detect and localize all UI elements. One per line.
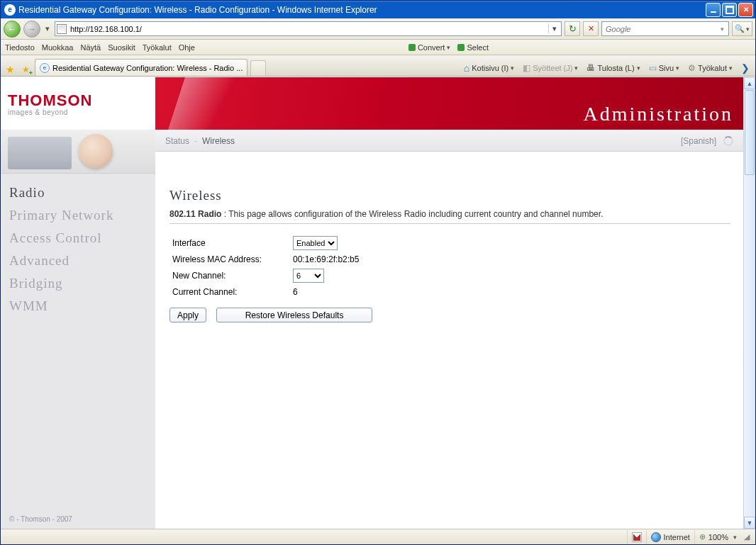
settings-table: Interface Enabled Wireless MAC Address: … bbox=[169, 234, 362, 299]
brand-logo: THOMSON images & beyond bbox=[1, 77, 155, 130]
tab-favicon: e bbox=[40, 63, 50, 73]
label-mac: Wireless MAC Address: bbox=[169, 252, 290, 266]
divider bbox=[169, 223, 730, 224]
desc-label: 802.11 Radio bbox=[169, 209, 221, 219]
search-input[interactable] bbox=[604, 24, 718, 34]
add-favorite-button[interactable] bbox=[19, 63, 32, 76]
maximize-button[interactable] bbox=[722, 3, 737, 17]
menu-view[interactable]: Näytä bbox=[80, 43, 101, 52]
scroll-thumb[interactable] bbox=[745, 90, 755, 175]
sidebar-item-radio[interactable]: Radio bbox=[9, 185, 145, 201]
status-zone[interactable]: Internet bbox=[646, 530, 694, 544]
new-tab-button[interactable] bbox=[250, 60, 266, 76]
menu-file[interactable]: Tiedosto bbox=[5, 43, 35, 52]
breadcrumb: Status - Wireless [Spanish] bbox=[155, 130, 743, 152]
status-zoom[interactable]: ⊕100%▾ bbox=[694, 530, 741, 544]
sidebar-item-primary-network[interactable]: Primary Network bbox=[9, 208, 145, 223]
sidebar-item-access-control[interactable]: Access Control bbox=[9, 230, 145, 246]
back-button[interactable]: ← bbox=[4, 21, 21, 38]
refresh-icon bbox=[569, 23, 577, 34]
browser-tab[interactable]: e Residential Gateway Configuration: Wir… bbox=[35, 59, 248, 76]
sidebar-item-wmm[interactable]: WMM bbox=[9, 298, 145, 314]
feeds-button[interactable]: Syötteet (J)▾ bbox=[520, 60, 581, 76]
vertical-scrollbar[interactable] bbox=[743, 77, 755, 529]
brand-name: THOMSON bbox=[8, 91, 92, 110]
window-title: Residential Gateway Configuration: Wirel… bbox=[18, 5, 706, 15]
breadcrumb-status[interactable]: Status bbox=[165, 136, 189, 146]
restore-defaults-button[interactable]: Restore Wireless Defaults bbox=[216, 308, 372, 322]
label-interface: Interface bbox=[169, 234, 290, 252]
print-button[interactable]: Tulosta (L)▾ bbox=[584, 60, 643, 76]
menu-edit[interactable]: Muokkaa bbox=[42, 43, 74, 52]
status-popup-blocked[interactable] bbox=[627, 530, 646, 544]
value-mac: 00:1e:69:2f:b2:b5 bbox=[290, 252, 362, 266]
banner-background: Administration bbox=[155, 77, 743, 130]
status-bar: Internet ⊕100%▾ ◢ bbox=[1, 529, 755, 544]
favorites-center-button[interactable]: ★ bbox=[4, 63, 16, 76]
button-row: Apply Restore Wireless Defaults bbox=[169, 308, 730, 322]
page-banner: THOMSON images & beyond Administration bbox=[1, 77, 743, 130]
loading-spinner-icon bbox=[723, 136, 733, 146]
search-go-button[interactable]: ▾ bbox=[732, 21, 752, 36]
convert-icon bbox=[408, 44, 416, 51]
banner-title: Administration bbox=[583, 103, 733, 125]
browser-window: e Residential Gateway Configuration: Wir… bbox=[0, 0, 756, 545]
tab-bar: ★ e Residential Gateway Configuration: W… bbox=[1, 55, 755, 77]
sidebar-nav: Radio Primary Network Access Control Adv… bbox=[1, 174, 155, 529]
close-button[interactable] bbox=[738, 3, 753, 17]
zoom-icon: ⊕ bbox=[699, 532, 706, 541]
brand-tagline: images & beyond bbox=[8, 108, 68, 116]
menu-bar: Tiedosto Muokkaa Näytä Suosikit Työkalut… bbox=[1, 40, 755, 55]
address-dropdown[interactable]: ▾ bbox=[548, 24, 560, 33]
tools-menu-button[interactable]: Työkalut▾ bbox=[685, 60, 735, 76]
status-message bbox=[4, 530, 627, 544]
sidebar-hero-image bbox=[1, 130, 155, 174]
stop-button[interactable] bbox=[583, 21, 599, 36]
main-area: Radio Primary Network Access Control Adv… bbox=[1, 174, 743, 529]
menu-tools[interactable]: Työkalut bbox=[143, 43, 172, 52]
address-input[interactable] bbox=[69, 24, 548, 34]
help-dropdown[interactable]: ❯ bbox=[738, 60, 752, 76]
popup-blocked-icon bbox=[632, 532, 642, 542]
value-current-channel: 6 bbox=[290, 285, 362, 299]
menu-favorites[interactable]: Suosikit bbox=[108, 43, 135, 52]
page-heading: Wireless bbox=[169, 188, 730, 203]
scroll-down-button[interactable] bbox=[744, 517, 755, 529]
sidebar-item-advanced[interactable]: Advanced bbox=[9, 253, 145, 269]
globe-icon bbox=[651, 532, 661, 542]
page-content: THOMSON images & beyond Administration S… bbox=[1, 77, 743, 529]
gear-icon bbox=[688, 63, 696, 73]
copyright-text: © - Thomson - 2007 bbox=[9, 502, 145, 523]
forward-button[interactable]: → bbox=[23, 21, 40, 38]
resize-grip[interactable]: ◢ bbox=[741, 532, 752, 541]
desc-text: This page allows configuration of the Wi… bbox=[228, 209, 603, 219]
language-link[interactable]: [Spanish] bbox=[681, 136, 716, 146]
toolbar-convert[interactable]: Convert▾ bbox=[408, 43, 451, 52]
apply-button[interactable]: Apply bbox=[169, 308, 206, 322]
toolbar-select[interactable]: Select bbox=[457, 43, 489, 52]
page-icon bbox=[57, 24, 67, 34]
breadcrumb-wireless[interactable]: Wireless bbox=[202, 136, 235, 146]
page-description: 802.11 Radio : This page allows configur… bbox=[169, 209, 730, 219]
title-bar: e Residential Gateway Configuration: Wir… bbox=[1, 1, 755, 18]
label-current-channel: Current Channel: bbox=[169, 285, 290, 299]
home-button[interactable]: Kotisivu (I)▾ bbox=[461, 60, 517, 76]
select-icon bbox=[457, 44, 465, 51]
page-menu-button[interactable]: Sivu▾ bbox=[646, 60, 682, 76]
refresh-button[interactable] bbox=[565, 21, 580, 36]
content-body: Wireless 802.11 Radio : This page allows… bbox=[155, 174, 743, 529]
address-bar[interactable]: ▾ bbox=[55, 21, 562, 36]
scroll-up-button[interactable] bbox=[744, 77, 755, 89]
search-box[interactable]: ▾ bbox=[601, 21, 729, 36]
nav-bar: ← → ▾ ▾ ▾ ▾ bbox=[1, 18, 755, 40]
stop-icon bbox=[588, 24, 594, 33]
print-icon bbox=[587, 63, 595, 73]
nav-history-dropdown[interactable]: ▾ bbox=[43, 24, 52, 33]
minimize-button[interactable] bbox=[706, 3, 721, 17]
search-dropdown[interactable]: ▾ bbox=[718, 26, 726, 33]
interface-select[interactable]: Enabled bbox=[293, 236, 338, 250]
new-channel-select[interactable]: 6 bbox=[293, 269, 324, 283]
ie-icon: e bbox=[4, 4, 16, 16]
sidebar-item-bridging[interactable]: Bridging bbox=[9, 276, 145, 291]
menu-help[interactable]: Ohje bbox=[179, 43, 195, 52]
